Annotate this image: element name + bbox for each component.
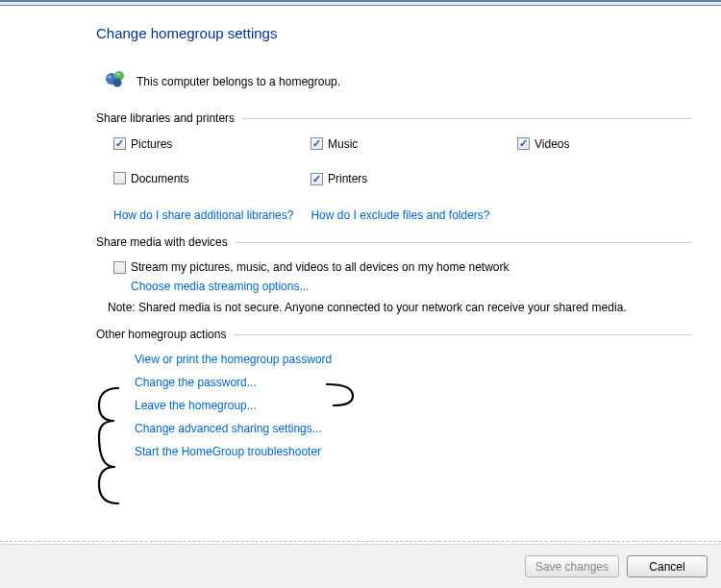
link-streaming-options[interactable]: Choose media streaming options... <box>131 280 309 293</box>
divider <box>242 118 692 119</box>
svg-point-4 <box>116 73 119 75</box>
checkbox-grid: Pictures Music Videos Documents <box>113 136 692 187</box>
checkbox-documents[interactable]: Documents <box>113 172 189 185</box>
section-share-libs-label: Share libraries and printers <box>96 111 235 125</box>
checkbox-videos[interactable]: Videos <box>517 137 569 151</box>
homegroup-icon <box>104 68 137 94</box>
button-bar: Save changes Cancel <box>0 544 721 588</box>
checkbox-printers[interactable]: Printers <box>311 172 367 185</box>
link-troubleshooter[interactable]: Start the HomeGroup troubleshooter <box>135 445 692 458</box>
actions-list: View or print the homegroup password Cha… <box>135 353 692 458</box>
checkmark-icon <box>311 137 323 150</box>
svg-point-2 <box>113 79 122 87</box>
section-other-actions-label: Other homegroup actions <box>96 328 226 341</box>
link-change-password[interactable]: Change the password... <box>135 376 692 389</box>
link-view-password[interactable]: View or print the homegroup password <box>135 353 692 366</box>
checkbox-pictures[interactable]: Pictures <box>113 137 172 151</box>
checkbox-pictures-label: Pictures <box>131 137 172 151</box>
page-title: Change homegroup settings <box>96 25 692 41</box>
main-content: Change homegroup settings This computer … <box>0 6 721 478</box>
checkbox-stream-label: Stream my pictures, music, and videos to… <box>131 260 510 274</box>
cancel-button[interactable]: Cancel <box>627 555 708 577</box>
link-advanced[interactable]: Change advanced sharing settings... <box>135 422 692 435</box>
divider <box>234 334 692 335</box>
checkbox-documents-label: Documents <box>131 172 189 185</box>
svg-point-3 <box>108 76 112 79</box>
save-button[interactable]: Save changes <box>525 555 619 577</box>
divider <box>236 242 692 243</box>
status-text: This computer belongs to a homegroup. <box>137 75 340 88</box>
link-share-additional[interactable]: How do I share additional libraries? <box>113 208 293 222</box>
status-row: This computer belongs to a homegroup. <box>104 68 692 94</box>
checkmark-icon <box>113 137 126 150</box>
section-other-actions: Other homegroup actions <box>96 328 692 341</box>
checkmark-icon <box>517 137 530 150</box>
checkbox-music-label: Music <box>328 137 358 151</box>
help-link-row: How do I share additional libraries? How… <box>113 208 692 222</box>
section-share-media: Share media with devices <box>96 235 692 249</box>
checkbox-stream[interactable]: Stream my pictures, music, and videos to… <box>113 260 510 274</box>
link-exclude[interactable]: How do I exclude files and folders? <box>311 208 489 222</box>
checkmark-icon <box>311 173 323 185</box>
section-share-libs: Share libraries and printers <box>96 111 692 125</box>
checkbox-empty-icon <box>113 261 126 274</box>
checkbox-music[interactable]: Music <box>311 137 358 151</box>
checkbox-empty-icon <box>113 172 126 184</box>
divider-dashed <box>0 541 721 542</box>
note-text: Note: Shared media is not secure. Anyone… <box>108 301 692 314</box>
checkbox-printers-label: Printers <box>328 172 367 185</box>
section-share-media-label: Share media with devices <box>96 235 228 249</box>
link-leave[interactable]: Leave the homegroup... <box>135 399 692 412</box>
checkbox-videos-label: Videos <box>535 137 569 151</box>
